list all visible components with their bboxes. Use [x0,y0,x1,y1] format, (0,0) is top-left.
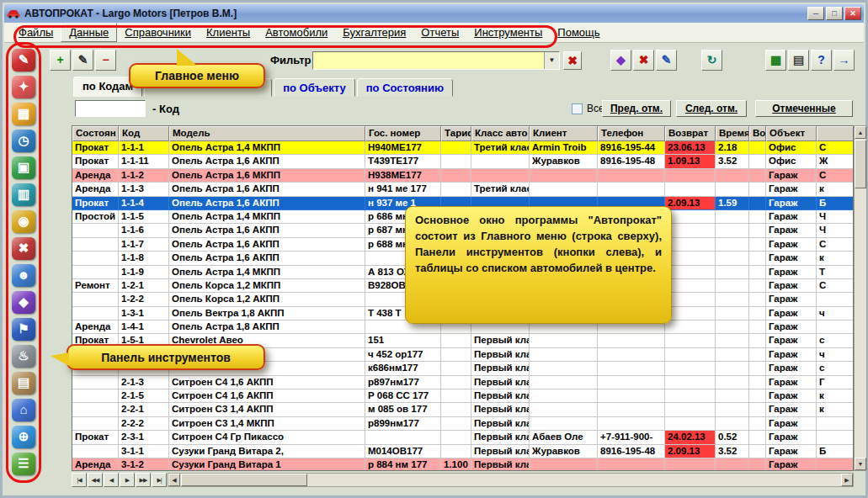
help-button[interactable]: ? [811,50,832,71]
add-record-button[interactable]: + [50,50,71,71]
column-header-klass[interactable]: Класс авто [471,126,530,141]
clock-icon[interactable]: ◷ [12,130,35,152]
all-checkbox[interactable] [572,103,583,114]
prev-marked-button[interactable]: Пред. отм. [602,100,671,117]
menu-item-reports[interactable]: Отчеты [413,24,466,41]
table-row[interactable]: 2-1-5Ситроен С4 1,6 АКППР 068 СС 177Перв… [72,389,853,403]
lamp-icon[interactable]: ♨ [12,345,35,368]
scroll-left-arrow[interactable]: ◀ [168,474,180,486]
column-header-obj[interactable]: Объект [766,126,817,141]
pin-icon[interactable]: ✦ [12,76,35,98]
print-button[interactable]: ▤ [788,50,809,71]
chart-icon[interactable]: ▥ [12,183,35,206]
journal-icon[interactable]: ✎ [12,49,35,72]
blocks-icon[interactable]: ▣ [12,156,35,179]
cell-obj: Гараж [766,183,817,196]
horizontal-scroll-thumb[interactable] [181,474,307,486]
nav-button-5[interactable]: ▶| [152,473,167,487]
code-label: - Код [152,103,179,115]
gem-icon[interactable]: ◆ [12,291,35,314]
column-header-voz[interactable]: Воз [749,126,766,141]
horizontal-scrollbar[interactable]: ◀ ▶ [168,473,854,487]
column-header-client[interactable]: Клиент [530,126,598,141]
cell-p: к [817,403,854,416]
menu-item-files[interactable]: Файлы [11,24,61,41]
menu-item-clients[interactable]: Клиенты [199,24,258,41]
cell-voz [749,334,766,347]
menu-item-data[interactable]: Данные [61,23,117,42]
column-header-gos[interactable]: Гос. номер [365,126,441,141]
cell-ret: 1.09.13 [665,155,716,168]
export-excel-button[interactable]: ▦ [765,50,786,71]
nav-button-1[interactable]: ◀◀ [88,473,103,487]
scroll-up-arrow[interactable]: ▲ [855,126,866,139]
menu-item-directories[interactable]: Справочники [117,24,199,41]
close-button[interactable]: ✕ [844,7,861,20]
column-header-ret[interactable]: Возврат [665,126,716,141]
cell-phone [598,183,665,196]
home-icon[interactable]: ⌂ [12,399,35,421]
scroll-down-arrow[interactable]: ▼ [855,458,866,470]
notes-icon[interactable]: ☰ [12,453,35,475]
flag-icon[interactable]: ⚑ [12,318,35,341]
calendar-icon[interactable]: ▦ [12,103,35,125]
menu-item-cars[interactable]: Автомобили [258,24,335,41]
table-row[interactable]: 2-2-2Ситроен С3 1,4 МКППр899нм177Первый … [72,417,853,431]
column-header-state[interactable]: Состоян [72,126,119,141]
column-header-model[interactable]: Модель [169,126,365,141]
edit-marks-button[interactable]: ✎ [656,50,677,71]
menu-item-tools[interactable]: Инструменты [466,24,550,41]
column-header-p[interactable] [817,126,854,141]
coins-icon[interactable]: ◉ [12,210,35,233]
mark-record-button[interactable]: ◆ [610,50,631,71]
nav-button-2[interactable]: ◀ [104,473,119,487]
nav-button-4[interactable]: ▶▶ [136,473,151,487]
exit-button[interactable]: → [833,50,855,71]
refresh-button[interactable]: ↻ [701,50,722,71]
table-row[interactable]: Прокат1-1-11Опель Астра 1,6 АКППТ439ТЕ17… [72,155,853,168]
table-row[interactable]: 3-1-1Сузуки Гранд Витара 2,М014ОВ177Перв… [72,445,853,458]
menu-item-accounting[interactable]: Бухгалтерия [335,24,413,41]
menu-item-help[interactable]: Помощь [550,24,607,41]
cell-time [716,458,749,471]
column-header-code[interactable]: Код [119,126,169,141]
globe-icon[interactable]: ⊕ [12,426,35,448]
cell-tariff [441,376,471,389]
edit-record-button[interactable]: ✎ [72,50,93,71]
marked-button[interactable]: Отмеченные [755,100,853,117]
table-row[interactable]: Аренда3-1-2Сузуки Гранд Витара 1р 884 нм… [72,458,853,471]
cell-obj: Гараж [766,417,817,431]
vertical-scrollbar[interactable]: ▲ ▼ [854,125,867,471]
column-header-time[interactable]: Время [716,126,749,141]
minimize-button[interactable]: ─ [807,7,824,20]
delete-record-button[interactable]: − [95,50,116,71]
column-header-tariff[interactable]: Тариф [441,126,471,141]
chevron-down-icon[interactable]: ▼ [544,52,559,69]
next-marked-button[interactable]: След. отм. [676,100,747,117]
code-input[interactable] [76,102,145,117]
table-row[interactable]: 2-1-3Ситроен С4 1,6 АКППр897нм177Первый … [72,376,853,389]
nav-button-0[interactable]: |◀ [72,473,87,487]
scroll-right-arrow[interactable]: ▶ [841,474,853,486]
column-header-phone[interactable]: Телефон [598,126,665,141]
nav-button-3[interactable]: ▶ [120,473,135,487]
table-row[interactable]: Аренда1-1-3Опель Астра 1,6 АКППн 941 ме … [72,183,853,196]
cell-phone: +7-911-900- [598,431,665,444]
tab-by-state[interactable]: по Состоянию [357,78,453,97]
clear-marks-button[interactable]: ✖ [633,50,654,71]
table-row[interactable]: Прокат1-1-1Опель Астра 1,4 МКППН940МЕ177… [72,141,853,155]
people-icon[interactable]: ☻ [12,264,35,287]
table-row[interactable]: Аренда1-1-2Опель Астра 1,6 МКППН938МЕ177… [72,169,853,183]
filter-clear-button[interactable]: ✖ [563,51,582,70]
table-row[interactable]: Прокат2-3-1Ситроен С4 Гр ПикассоПервый к… [72,431,853,444]
vertical-scroll-thumb[interactable] [855,140,866,188]
cell-gos [365,431,441,444]
cell-time [716,266,749,279]
maximize-button[interactable]: □ [826,7,843,20]
tab-by-object[interactable]: по Объекту [274,78,355,97]
tools-icon[interactable]: ✖ [12,237,35,260]
table-row[interactable]: 2-2-1Ситроен С3 1,4 АКППм 085 ов 177Перв… [72,403,853,416]
filter-input[interactable] [313,52,544,69]
cell-model: Ситроен С4 1,6 АКПП [169,376,365,389]
clipboard-icon[interactable]: ▤ [12,372,35,395]
